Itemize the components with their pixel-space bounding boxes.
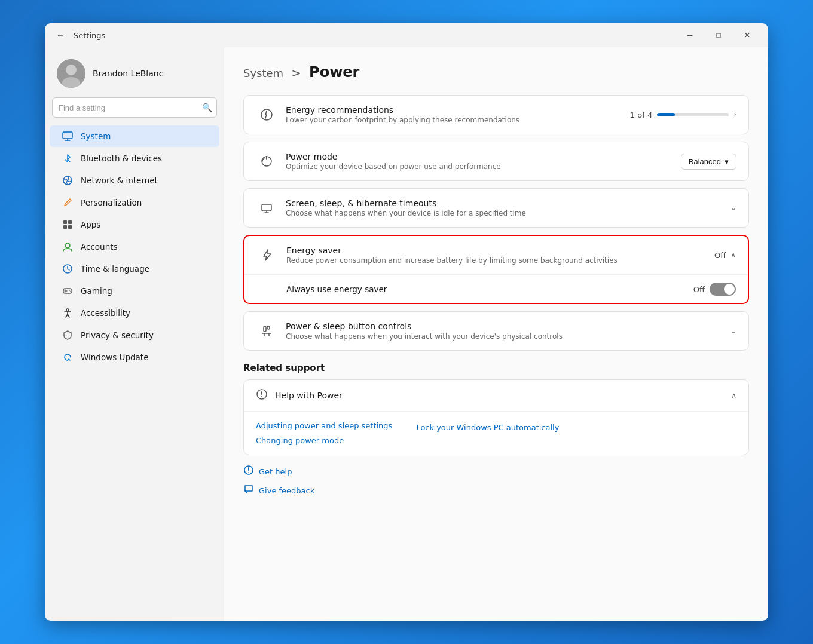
power-sleep-btn-chevron: ⌄ (731, 327, 736, 335)
energy-recs-icon (256, 104, 277, 125)
nav-icon-personalization (62, 197, 74, 208)
power-sleep-btn-title: Power & sleep button controls (286, 321, 731, 331)
power-mode-action: Balanced ▾ (681, 154, 736, 170)
screen-sleep-action: ⌄ (731, 204, 736, 212)
sidebar-item-system[interactable]: System (50, 125, 219, 147)
close-button[interactable]: ✕ (733, 26, 761, 45)
minimize-button[interactable]: ─ (676, 26, 704, 45)
sidebar-item-privacy[interactable]: Privacy & security (50, 324, 219, 346)
sidebar-item-network[interactable]: Network & internet (50, 170, 219, 191)
nav-label-network: Network & internet (81, 176, 158, 185)
energy-saver-status: Off (714, 251, 726, 260)
always-energy-saver-toggle-container: Off (693, 283, 736, 296)
power-mode-desc: Optimize your device based on power use … (286, 162, 681, 171)
nav-icon-system (62, 130, 74, 142)
energy-saver-action: Off ∧ (714, 251, 736, 260)
screen-sleep-icon (256, 197, 277, 219)
settings-section-power-sleep-btn: Power & sleep button controls Choose wha… (243, 311, 749, 351)
window-controls: ─ □ ✕ (676, 26, 761, 45)
energy-saver-header-row: Energy saver Reduce power consumption an… (244, 236, 748, 275)
nav-label-accessibility: Accessibility (81, 308, 130, 318)
nav-icon-gaming (62, 285, 74, 297)
settings-section-power-mode: Power mode Optimize your device based on… (243, 142, 749, 181)
nav-label-accounts: Accounts (81, 242, 118, 252)
power-mode-text: Power mode Optimize your device based on… (286, 152, 681, 171)
nav-label-gaming: Gaming (81, 286, 112, 296)
svg-rect-8 (68, 225, 72, 229)
nav-label-bluetooth: Bluetooth & devices (81, 154, 162, 163)
support-card: Help with Power ∧ Adjusting power and sl… (243, 379, 749, 455)
nav-label-time: Time & language (81, 264, 149, 274)
energy-recs-count: 1 of 4 (630, 111, 652, 119)
user-name: Brandon LeBlanc (93, 69, 163, 78)
sidebar-item-accounts[interactable]: Accounts (50, 236, 219, 257)
breadcrumb-separator: > (291, 66, 301, 80)
get-help-icon (243, 465, 254, 478)
svg-point-23 (248, 472, 249, 473)
support-link-changing[interactable]: Changing power mode (256, 436, 392, 445)
energy-saver-title: Energy saver (286, 246, 714, 255)
sidebar-item-bluetooth[interactable]: Bluetooth & devices (50, 148, 219, 169)
energy-recs-desc: Lower your carbon footprint by applying … (286, 116, 630, 124)
energy-saver-row[interactable]: Energy saver Reduce power consumption an… (244, 236, 748, 274)
sidebar-item-time[interactable]: Time & language (50, 258, 219, 280)
power-mode-dropdown-chevron: ▾ (725, 157, 729, 166)
screen-sleep-title: Screen, sleep, & hibernate timeouts (286, 198, 731, 208)
energy-recommendations-row[interactable]: Energy recommendations Lower your carbon… (244, 96, 748, 134)
power-sleep-button-row[interactable]: Power & sleep button controls Choose wha… (244, 312, 748, 350)
svg-rect-7 (63, 225, 67, 229)
support-link-lock[interactable]: Lock your Windows PC automatically (416, 423, 559, 432)
title-bar: ← Settings ─ □ ✕ (45, 23, 768, 47)
power-mode-dropdown[interactable]: Balanced ▾ (681, 154, 736, 170)
svg-point-12 (69, 290, 70, 291)
breadcrumb-parent[interactable]: System (243, 67, 283, 79)
support-links-col2: Lock your Windows PC automatically (416, 421, 559, 445)
give-feedback-link[interactable]: Give feedback (243, 484, 749, 497)
nav-icon-accounts (62, 241, 74, 253)
search-icon[interactable]: 🔍 (202, 103, 212, 112)
get-help-label: Get help (259, 467, 292, 476)
back-button[interactable]: ← (52, 27, 69, 44)
always-energy-saver-toggle[interactable] (710, 283, 736, 296)
give-feedback-label: Give feedback (259, 486, 314, 495)
power-mode-title: Power mode (286, 152, 681, 161)
maximize-button[interactable]: □ (705, 26, 732, 45)
nav-label-system: System (81, 131, 111, 141)
avatar[interactable] (57, 59, 85, 88)
support-link-adjust[interactable]: Adjusting power and sleep settings (256, 421, 392, 430)
energy-recs-action: 1 of 4 › (630, 111, 736, 119)
screen-sleep-chevron: ⌄ (731, 204, 736, 212)
power-mode-row[interactable]: Power mode Optimize your device based on… (244, 142, 748, 180)
svg-rect-18 (264, 326, 266, 332)
screen-sleep-row[interactable]: Screen, sleep, & hibernate timeouts Choo… (244, 189, 748, 227)
sidebar-item-personalization[interactable]: Personalization (50, 192, 219, 213)
get-help-link[interactable]: Get help (243, 465, 749, 478)
search-input[interactable] (52, 97, 217, 118)
help-power-header[interactable]: Help with Power ∧ (244, 380, 748, 412)
power-mode-value: Balanced (689, 157, 721, 166)
main-content: Brandon LeBlanc 🔍 System Bluetooth & dev… (45, 47, 768, 621)
always-energy-saver-status: Off (693, 285, 705, 294)
search-box: 🔍 (52, 97, 217, 118)
nav-label-update: Windows Update (81, 352, 148, 362)
nav-label-personalization: Personalization (81, 198, 142, 207)
main-panel: System > Power Energy recommendations Lo (224, 47, 768, 621)
sidebar-item-apps[interactable]: Apps (50, 214, 219, 235)
power-sleep-btn-icon (256, 320, 277, 342)
sidebar-item-gaming[interactable]: Gaming (50, 280, 219, 302)
settings-window: ← Settings ─ □ ✕ Brandon LeBlanc (45, 23, 768, 621)
energy-saver-desc: Reduce power consumption and increase ba… (286, 256, 714, 265)
always-energy-saver-row[interactable]: Always use energy saver Off (244, 275, 748, 303)
support-links-area: Adjusting power and sleep settings Chang… (244, 412, 748, 455)
screen-sleep-text: Screen, sleep, & hibernate timeouts Choo… (286, 198, 731, 217)
energy-saver-chevron: ∧ (731, 251, 736, 259)
sidebar: Brandon LeBlanc 🔍 System Bluetooth & dev… (45, 47, 224, 621)
energy-saver-text: Energy saver Reduce power consumption an… (286, 246, 714, 265)
sidebar-item-update[interactable]: Windows Update (50, 346, 219, 368)
nav-icon-update (62, 351, 74, 363)
settings-section-energy-recs: Energy recommendations Lower your carbon… (243, 95, 749, 134)
nav-list: System Bluetooth & devices Network & int… (45, 125, 224, 369)
svg-rect-5 (63, 220, 67, 224)
sidebar-item-accessibility[interactable]: Accessibility (50, 302, 219, 324)
window-title: Settings (74, 31, 105, 40)
